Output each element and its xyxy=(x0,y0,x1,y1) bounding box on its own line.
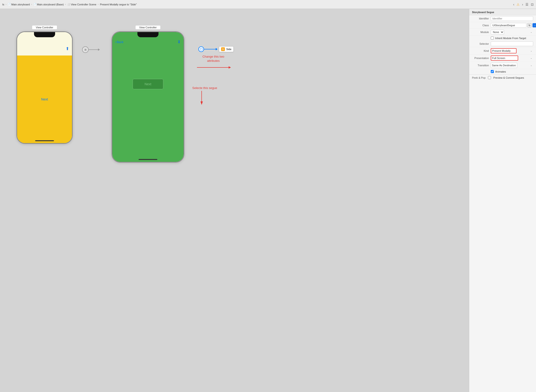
warning-icon[interactable]: ⚠ xyxy=(517,3,520,6)
scene1-next-button[interactable]: Next xyxy=(41,98,48,101)
presentation-label: Presentation xyxy=(472,57,491,60)
selector-input[interactable] xyxy=(491,42,533,46)
select-segue-arrow-svg xyxy=(192,90,211,106)
identifier-row: Identifier xyxy=(469,15,536,22)
scene2-home-bar xyxy=(139,159,157,160)
selector-label: Selector xyxy=(472,42,491,45)
menu-icon[interactable]: ☰ xyxy=(526,3,528,6)
kind-select-arrow: ⌄ xyxy=(530,50,532,52)
select-segue-annotation: Selecte this segue xyxy=(192,86,217,106)
class-refresh-btn[interactable]: ↻ xyxy=(527,23,531,27)
change-attributes-annotation: Change this two attributes xyxy=(195,55,232,71)
select-segue-text: Selecte this segue xyxy=(192,86,217,90)
animates-checkbox[interactable] xyxy=(491,70,494,73)
scene2-label: View Controller xyxy=(135,25,161,29)
module-select[interactable]: None xyxy=(491,30,504,34)
vc-scene-icon: ⬜ xyxy=(67,3,70,6)
peek-pop-checkbox[interactable] xyxy=(488,76,491,79)
class-field-group: ↻ → xyxy=(491,23,536,28)
sep1: › xyxy=(6,3,6,6)
presentation-select[interactable]: Full Screen Page Sheet Form Sheet Curren… xyxy=(491,56,518,61)
breadcrumb-vc-scene[interactable]: ⬜ View Controller Scene xyxy=(67,3,96,6)
svg-marker-1 xyxy=(229,66,231,69)
panel-header: Storyboard Segue xyxy=(469,9,536,15)
class-label: Class xyxy=(472,24,491,27)
breadcrumb-main-storyboard-base[interactable]: 📄 Main.storyboard (Base) xyxy=(34,3,64,6)
scene1-container: View Controller ⬆ Next xyxy=(16,25,73,144)
main-area: View Controller ⬆ Next ⊞ xyxy=(0,9,536,392)
storyboard-icon: 📄 xyxy=(8,3,10,6)
sep3: › xyxy=(65,3,66,6)
kind-select[interactable]: Present Modally Show Show Detail Present… xyxy=(491,48,517,53)
storyboard-base-icon: 📄 xyxy=(34,3,36,6)
kind-label: Kind xyxy=(472,49,491,52)
transition-select[interactable]: Same As Destination Cover Vertical Flip … xyxy=(491,63,517,68)
arrow-line-1 xyxy=(89,49,98,50)
kind-row: Kind Present Modally Show Show Detail Pr… xyxy=(469,47,536,55)
canvas-area: View Controller ⬆ Next ⊞ xyxy=(0,9,469,392)
segue-blue-arrowhead xyxy=(216,48,218,50)
inherit-module-label: Inherit Module From Target xyxy=(495,37,526,40)
animates-row: Animates xyxy=(469,69,536,74)
back-nav-icon[interactable]: ‹ xyxy=(513,3,514,6)
scene2-navbar: ‹ Back ⬇ xyxy=(112,37,184,47)
selector-row: Selector xyxy=(469,41,536,47)
side-orange-icon: S xyxy=(221,47,225,51)
breadcrumb-segue[interactable]: Present Modally segue to "Side" xyxy=(100,3,137,6)
peek-pop-row: Peek & Pop Preview & Commit Segues xyxy=(469,75,536,80)
presentation-row: Presentation Full Screen Page Sheet Form… xyxy=(469,55,536,62)
side-badge: S Side xyxy=(219,46,234,52)
module-select-arrow: ⌄ xyxy=(530,31,532,33)
right-panel: Storyboard Segue Identifier Class ↻ → Mo… xyxy=(469,9,536,392)
scene1-iphone: ⬆ Next xyxy=(16,31,73,144)
scene2-green-body: ‹ Back ⬇ Next xyxy=(112,32,184,162)
module-select-wrapper: None ⌄ xyxy=(491,30,533,34)
transition-row: Transition Same As Destination Cover Ver… xyxy=(469,62,536,69)
change-attributes-arrow-svg xyxy=(195,64,232,71)
kind-select-wrapper: Present Modally Show Show Detail Present… xyxy=(491,48,533,53)
segue-connector: S Side xyxy=(198,46,234,52)
scene1-home-bar xyxy=(35,140,54,141)
scene2-iphone: ‹ Back ⬇ Next xyxy=(112,31,184,163)
share-icon[interactable]: ⬆ xyxy=(66,46,69,51)
class-input[interactable] xyxy=(491,23,526,28)
peek-pop-label: Peek & Pop xyxy=(472,76,486,79)
segue-blue-line xyxy=(204,49,216,49)
class-arrow-btn[interactable]: → xyxy=(532,23,536,27)
animates-label: Animates xyxy=(495,70,506,73)
svg-marker-3 xyxy=(201,101,203,105)
sep4: › xyxy=(98,3,98,6)
segue-circle-node[interactable] xyxy=(198,46,204,52)
forward-nav-icon[interactable]: › xyxy=(522,3,523,6)
sep2: › xyxy=(31,3,32,6)
transition-select-arrow: ⌄ xyxy=(530,64,532,66)
chevron-left-icon: ‹ xyxy=(115,40,116,44)
identifier-input[interactable] xyxy=(491,16,533,21)
panel-divider-1 xyxy=(469,75,536,75)
transition-label: Transition xyxy=(472,64,491,67)
arrow-connector-1: ⊞ xyxy=(82,46,100,53)
scene2-next-button[interactable]: Next xyxy=(133,79,163,89)
presentation-select-wrapper: Full Screen Page Sheet Form Sheet Curren… xyxy=(491,56,533,61)
transition-select-wrapper: Same As Destination Cover Vertical Flip … xyxy=(491,63,533,68)
module-label: Module xyxy=(472,31,491,33)
inherit-module-checkbox[interactable] xyxy=(491,37,494,40)
scene1-yellow-body: Next xyxy=(17,56,72,143)
change-attributes-text: Change this two attributes xyxy=(195,55,232,63)
breadcrumb-ls[interactable]: ls xyxy=(2,3,4,6)
scene2-container: View Controller ‹ Back ⬇ N xyxy=(112,25,184,163)
back-button[interactable]: ‹ Back xyxy=(115,40,124,44)
arrow-head-1 xyxy=(98,48,100,51)
segue-box-icon: ⊞ xyxy=(82,46,89,53)
download-icon[interactable]: ⬇ xyxy=(177,39,181,45)
square-split-icon[interactable]: ⊡ xyxy=(531,3,534,6)
module-row: Module None ⌄ xyxy=(469,29,536,36)
scene1-label: View Controller xyxy=(32,25,57,29)
identifier-label: Identifier xyxy=(472,17,491,20)
segue-inner-box xyxy=(200,48,202,50)
breadcrumb-main-storyboard[interactable]: 📄 Main.storyboard xyxy=(8,3,30,6)
inherit-module-row: Inherit Module From Target xyxy=(469,36,536,41)
scene1-notch xyxy=(34,32,55,37)
presentation-select-arrow: ⌄ xyxy=(530,57,532,59)
scene2-notch xyxy=(137,32,158,37)
